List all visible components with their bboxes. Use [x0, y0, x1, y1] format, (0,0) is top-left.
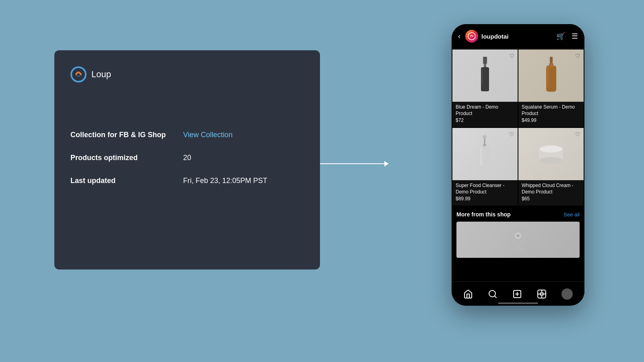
logo-text: Loup	[91, 69, 111, 80]
ig-header-left: ‹ loupdotai	[458, 30, 509, 43]
nav-profile-avatar[interactable]	[561, 288, 573, 300]
svg-point-10	[546, 65, 556, 68]
home-indicator	[498, 302, 538, 304]
product-image-squalane: ♡	[518, 49, 584, 102]
svg-point-18	[539, 157, 563, 164]
product-name-1: Blue Dream - Demo Product	[456, 104, 514, 117]
svg-rect-2	[483, 57, 487, 64]
more-product-image[interactable]	[456, 222, 580, 258]
product-image-blue-dream: ♡	[452, 49, 518, 102]
more-from-shop-section: More from this shop See all	[452, 206, 584, 260]
svg-rect-3	[484, 64, 486, 67]
arrow-line	[320, 163, 388, 164]
svg-rect-9	[547, 67, 549, 87]
svg-rect-15	[480, 147, 482, 165]
products-row: Products optimized 20	[70, 154, 304, 162]
product-info-whipped: Whipped Cloud Cream - Demo Product $65	[518, 180, 584, 206]
svg-point-22	[516, 234, 520, 237]
bookmark-icon-1[interactable]: ♡	[509, 53, 514, 59]
updated-row: Last updated Fri, Feb 23, 12:05PM PST	[70, 177, 304, 185]
info-table: Collection for FB & IG Shop View Collect…	[70, 131, 304, 185]
svg-point-0	[71, 67, 86, 82]
collection-row: Collection for FB & IG Shop View Collect…	[70, 131, 304, 139]
svg-line-27	[494, 296, 496, 297]
collection-label: Collection for FB & IG Shop	[70, 131, 183, 139]
product-image-whipped: ♡	[518, 128, 584, 180]
product-name-3: Super Food Cleanser - Demo Product	[456, 183, 514, 195]
ig-username[interactable]: loupdotai	[481, 33, 509, 40]
product-info-blue-dream: Blue Dream - Demo Product $72	[452, 102, 518, 127]
svg-point-23	[513, 241, 516, 243]
phone-mockup: ‹ loupdotai 🛒 ☰	[452, 24, 584, 306]
product-name-4: Whipped Cloud Cream - Demo Product	[522, 183, 580, 195]
product-info-superfood: Super Food Cleanser - Demo Product $89.9…	[452, 180, 518, 206]
arrow-head	[384, 161, 388, 167]
cart-icon[interactable]: 🛒	[556, 32, 565, 41]
collection-value[interactable]: View Collection	[183, 131, 233, 139]
bookmark-icon-2[interactable]: ♡	[575, 53, 580, 59]
svg-point-25	[517, 245, 519, 247]
product-image-superfood: ♡	[452, 128, 518, 180]
bottle-illustration-squalane	[542, 57, 560, 95]
nav-search-icon[interactable]	[488, 289, 497, 299]
bottle-illustration-blue-dream	[475, 57, 495, 95]
logo-area: Loup	[70, 66, 304, 82]
ig-bottom-nav	[452, 282, 584, 306]
loup-logo-icon	[70, 66, 87, 82]
products-value: 20	[183, 154, 191, 162]
product-card-blue-dream[interactable]: ♡ Blue Dream - Demo Product $72	[452, 49, 518, 127]
bottle-illustration-whipped	[536, 142, 566, 166]
nav-reels-icon[interactable]	[537, 289, 547, 299]
svg-point-24	[520, 241, 523, 243]
product-price-4: $65	[522, 196, 580, 202]
updated-value: Fri, Feb 23, 12:05PM PST	[183, 177, 267, 185]
see-all-button[interactable]: See all	[564, 212, 580, 218]
product-price-1: $72	[456, 117, 514, 123]
more-product-illustration	[504, 224, 532, 256]
menu-icon[interactable]: ☰	[572, 32, 578, 41]
svg-rect-13	[483, 144, 486, 146]
back-button[interactable]: ‹	[458, 32, 460, 41]
more-section-header: More from this shop See all	[456, 211, 580, 218]
nav-home-icon[interactable]	[463, 289, 473, 299]
updated-label: Last updated	[70, 177, 183, 185]
product-name-2: Squalane Serum - Demo Product	[522, 104, 580, 117]
svg-point-1	[468, 33, 475, 40]
ig-products-scroll[interactable]: ♡ Blue Dream - Demo Product $72	[452, 49, 584, 282]
products-label: Products optimized	[70, 154, 183, 162]
ig-products-grid: ♡ Blue Dream - Demo Product $72	[452, 49, 584, 206]
svg-point-12	[483, 135, 487, 138]
arrow	[320, 158, 388, 170]
ig-header-right: 🛒 ☰	[556, 32, 578, 41]
product-price-2: $49.99	[522, 117, 580, 123]
nav-add-icon[interactable]	[512, 289, 522, 299]
product-card-whipped[interactable]: ♡ Whipped Cloud Cream - Demo Product $65	[518, 128, 584, 206]
left-card: Loup Collection for FB & IG Shop View Co…	[54, 50, 320, 269]
ig-header: ‹ loupdotai 🛒 ☰	[452, 24, 584, 49]
product-info-squalane: Squalane Serum - Demo Product $49.99	[518, 102, 584, 127]
product-card-squalane[interactable]: ♡ Squalane Serum - Demo Product $49.99	[518, 49, 584, 127]
product-card-superfood[interactable]: ♡ Super Food Cleanser - Demo Product $89…	[452, 128, 518, 206]
bottle-illustration-superfood	[474, 135, 496, 173]
ig-avatar	[465, 30, 478, 43]
svg-rect-6	[550, 57, 553, 63]
product-price-3: $89.99	[456, 196, 514, 202]
more-section-title: More from this shop	[456, 211, 511, 218]
svg-point-20	[510, 227, 526, 253]
svg-rect-5	[482, 68, 483, 84]
svg-point-19	[540, 146, 562, 152]
bookmark-icon-3[interactable]: ♡	[509, 131, 514, 138]
bookmark-icon-4[interactable]: ♡	[575, 131, 580, 138]
